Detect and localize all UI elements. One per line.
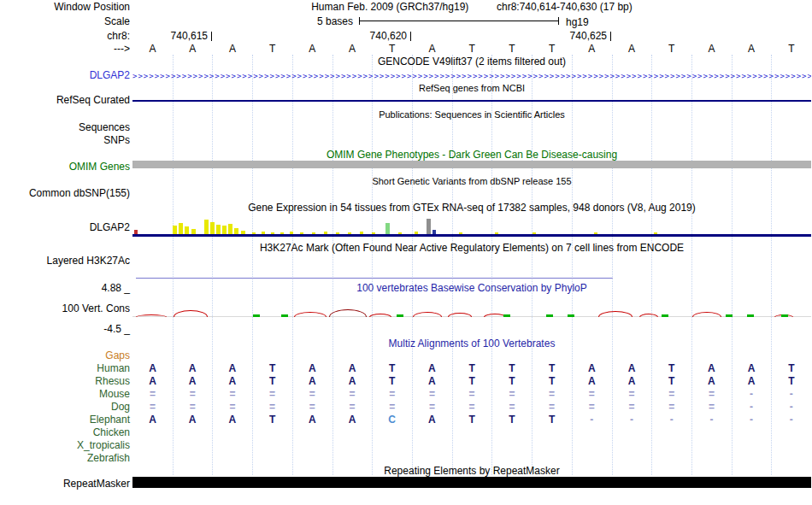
align-cell: =	[532, 402, 572, 413]
align-cell: T	[532, 376, 572, 387]
track-label-x_tropicalis[interactable]: X_tropicalis	[0, 440, 130, 451]
align-cell: A	[732, 363, 772, 374]
track-label-elephant[interactable]: Elephant	[0, 414, 130, 426]
align-cell: -	[612, 414, 652, 426]
align-cell: A	[132, 363, 173, 374]
align-cell: -	[651, 414, 691, 426]
align-cell: A	[412, 363, 452, 374]
track-title-repeatmasker[interactable]: Repeating Elements by RepeatMasker	[132, 466, 811, 477]
align-cell: =	[612, 389, 652, 400]
label-strand[interactable]: --->	[0, 44, 130, 55]
align-cell: =	[412, 389, 452, 400]
align-cell: -	[732, 389, 772, 400]
align-cell: A	[292, 363, 332, 374]
align-cell: T	[252, 376, 292, 387]
align-cell: T	[372, 363, 412, 374]
track-label-omim-genes[interactable]: OMIM Genes	[0, 161, 130, 173]
align-cell: A	[173, 414, 213, 426]
align-cell: A	[332, 376, 373, 387]
align-cell: =	[292, 402, 332, 413]
align-cell: =	[691, 402, 732, 413]
track-label-sequences[interactable]: Sequences	[0, 122, 130, 133]
align-cell: A	[572, 376, 612, 387]
align-cell: =	[572, 402, 612, 413]
align-cell: =	[372, 389, 412, 400]
track-label-rhesus[interactable]: Rhesus	[0, 376, 130, 387]
align-cell: T	[651, 376, 691, 387]
align-cell: =	[491, 389, 532, 400]
align-cell: =	[212, 402, 252, 413]
align-cell: A	[132, 376, 173, 387]
align-cell: T	[771, 363, 811, 374]
align-cell: T	[452, 363, 492, 374]
label-window-position: Window Position	[0, 2, 130, 13]
track-label-dlgap2-gtex[interactable]: DLGAP2	[0, 222, 130, 233]
track-label-mouse[interactable]: Mouse	[0, 389, 130, 400]
align-cell: T	[491, 414, 532, 426]
align-cell: A	[612, 376, 652, 387]
track-label-layered-h3k27ac[interactable]: Layered H3K27Ac	[0, 255, 130, 267]
track-label-dlgap2-gencode[interactable]: DLGAP2	[0, 70, 130, 81]
align-cell: =	[212, 389, 252, 400]
align-cell: =	[651, 389, 691, 400]
align-cell: =	[132, 402, 173, 413]
align-cell: =	[532, 389, 572, 400]
track-label-100-vert-cons[interactable]: 100 Vert. Cons	[0, 303, 130, 314]
cons-scale-max: 4.88 _	[0, 283, 130, 294]
multiz-alignment-track[interactable]: AAATAATATTTAATAATAAATAATATTTAATAAT======…	[132, 0, 811, 505]
align-cell: =	[173, 402, 213, 413]
track-label-human[interactable]: Human	[0, 363, 130, 374]
align-cell: =	[252, 389, 292, 400]
align-cell: A	[212, 363, 252, 374]
label-chrom: chr8:	[0, 31, 130, 42]
track-label-repeatmasker[interactable]: RepeatMasker	[0, 479, 130, 490]
align-cell: T	[452, 376, 492, 387]
track-area: Human Feb. 2009 (GRCh37/hg19) chr8:740,6…	[132, 0, 811, 505]
align-cell: A	[292, 414, 332, 426]
align-cell: T	[252, 414, 292, 426]
align-cell: =	[412, 402, 452, 413]
align-cell: A	[612, 363, 652, 374]
align-cell: A	[691, 376, 732, 387]
align-cell: -	[771, 414, 811, 426]
align-cell: A	[572, 363, 612, 374]
track-label-dog[interactable]: Dog	[0, 402, 130, 413]
align-cell: T	[651, 363, 691, 374]
track-label-common-dbsnp[interactable]: Common dbSNP(155)	[0, 188, 130, 199]
align-cell: A	[173, 363, 213, 374]
align-cell: =	[452, 389, 492, 400]
repeatmasker-track[interactable]	[132, 477, 811, 488]
align-cell: =	[372, 402, 412, 413]
align-cell: =	[332, 402, 373, 413]
align-cell: A	[732, 376, 772, 387]
align-cell: -	[771, 402, 811, 413]
align-cell: C	[372, 414, 412, 426]
align-cell: =	[491, 402, 532, 413]
align-cell: -	[572, 414, 612, 426]
align-cell: T	[771, 376, 811, 387]
track-label-zebrafish[interactable]: Zebrafish	[0, 453, 130, 464]
align-cell: =	[252, 402, 292, 413]
align-cell: -	[691, 414, 732, 426]
align-cell: A	[332, 363, 373, 374]
track-label-chicken[interactable]: Chicken	[0, 427, 130, 438]
align-cell: T	[452, 414, 492, 426]
align-cell: T	[532, 414, 572, 426]
align-cell: T	[491, 363, 532, 374]
align-cell: =	[452, 402, 492, 413]
align-cell: =	[691, 389, 732, 400]
track-label-snps[interactable]: SNPs	[0, 135, 130, 146]
label-scale: Scale	[0, 16, 130, 27]
track-label-refseq-curated[interactable]: RefSeq Curated	[0, 95, 130, 106]
align-cell: =	[132, 389, 173, 400]
align-cell: =	[332, 389, 373, 400]
align-cell: =	[173, 389, 213, 400]
align-cell: =	[572, 389, 612, 400]
align-cell: -	[732, 414, 772, 426]
align-cell: A	[332, 414, 373, 426]
align-cell: A	[212, 414, 252, 426]
align-cell: A	[292, 376, 332, 387]
align-cell: -	[732, 402, 772, 413]
track-label-gaps[interactable]: Gaps	[0, 350, 130, 361]
align-cell: =	[292, 389, 332, 400]
